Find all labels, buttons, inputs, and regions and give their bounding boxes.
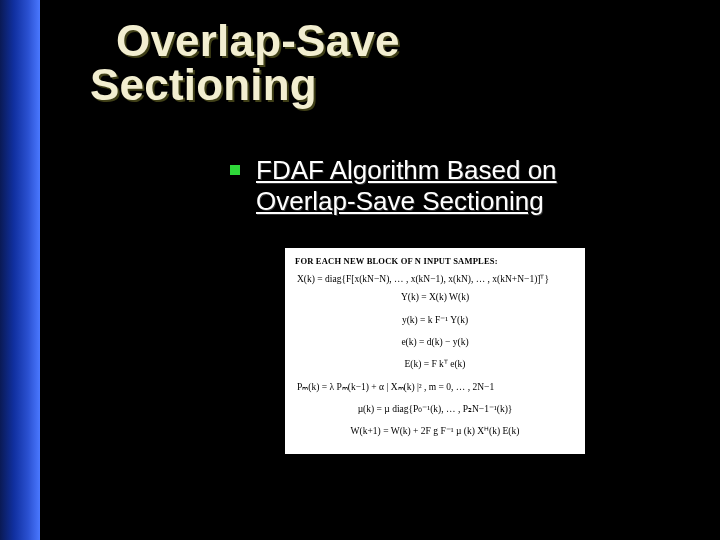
algorithm-figure: FOR EACH NEW BLOCK OF N INPUT SAMPLES: X… <box>285 248 585 454</box>
figure-header: FOR EACH NEW BLOCK OF N INPUT SAMPLES: <box>295 256 575 267</box>
figure-eq-7: W(k+1) = W(k) + 2F g F⁻¹ µ (k) Xᴴ(k) E(k… <box>295 425 575 437</box>
figure-eq-1a: X(k) = diag{F[x(kN−N), … , x(kN−1), x(kN… <box>295 273 575 285</box>
figure-eq-6: µ(k) = µ diag{P₀⁻¹(k), … , P₂N−1⁻¹(k)} <box>295 403 575 415</box>
slide-side-gradient <box>0 0 40 540</box>
bullet-text: FDAF Algorithm Based on Overlap-Save Sec… <box>256 155 660 217</box>
figure-eq-4: E(k) = F kᵀ e(k) <box>295 358 575 370</box>
figure-eq-2: y(k) = k F⁻¹ Y(k) <box>295 314 575 326</box>
figure-eq-1b: Y(k) = X(k) W(k) <box>295 291 575 303</box>
slide-title: Overlap-Save Sectioning <box>90 18 400 108</box>
figure-eq-3: e(k) = d(k) − y(k) <box>295 336 575 348</box>
title-line-2: Sectioning <box>90 62 400 108</box>
figure-eq-5: Pₘ(k) = λ Pₘ(k−1) + α | Xₘ(k) |² , m = 0… <box>295 381 575 393</box>
title-line-1: Overlap-Save <box>90 18 400 64</box>
square-bullet-icon <box>230 165 240 175</box>
slide: Overlap-Save Sectioning FDAF Algorithm B… <box>0 0 720 540</box>
bullet-item: FDAF Algorithm Based on Overlap-Save Sec… <box>230 155 660 217</box>
slide-body: FDAF Algorithm Based on Overlap-Save Sec… <box>230 155 660 217</box>
